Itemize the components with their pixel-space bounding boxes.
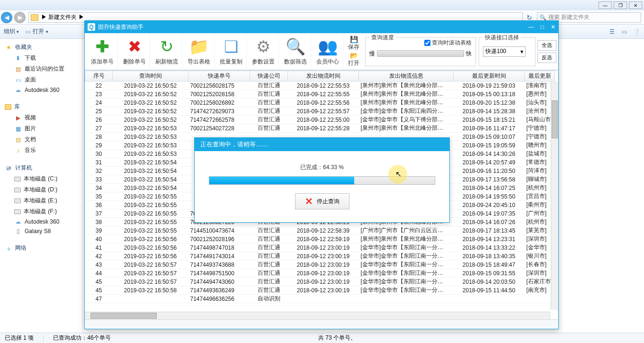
status-total: 共 73 个单号。 [318, 334, 356, 342]
app-minimize[interactable]: — [528, 24, 534, 30]
sidebar-item-desktop[interactable]: ▭桌面 [0, 74, 82, 85]
sidebar-item-autodesk2[interactable]: ☁Autodesk 360 [0, 217, 82, 226]
invert-selection-button[interactable]: 反选 [537, 53, 556, 63]
help-icon[interactable]: ❔ [633, 28, 640, 36]
sidebar-favorites-head[interactable]: ★收藏夹 [0, 42, 82, 53]
column-header[interactable]: 查询时间 [113, 71, 188, 81]
sidebar-item-drive-c[interactable]: 本地磁盘 (C:) [0, 173, 82, 184]
table-row[interactable]: 242019-03-22 16:50:5270021258026892百世汇通2… [85, 99, 555, 107]
win-titlebar: — ❐ ✕ [0, 0, 644, 10]
sidebar-item-autodesk[interactable]: ☁Autodesk 360 [0, 85, 82, 95]
delete-tracking-button[interactable]: ✖删除单号 [119, 35, 150, 69]
drive-icon [14, 177, 21, 181]
sidebar-item-downloads[interactable]: ⬇下载 [0, 53, 82, 63]
export-table-button[interactable]: 📁导出表格 [183, 35, 215, 69]
refresh-logistics-button[interactable]: ↻刷新物流 [151, 35, 182, 69]
filter-icon: 🔍 [286, 37, 305, 56]
app-titlebar[interactable]: Q 固乔快递查询助手 — □ ✕ [85, 21, 558, 33]
sidebar-item-pictures[interactable]: ▦图片 [0, 123, 82, 134]
horizontal-scrollbar[interactable] [85, 312, 551, 319]
recent-icon: ▤ [14, 66, 22, 72]
sidebar-item-drive-e[interactable]: 本地磁盘 (E:) [0, 195, 82, 206]
win-minimize[interactable]: — [599, 1, 612, 9]
column-header[interactable]: 最后更新时间 [454, 71, 525, 81]
column-header[interactable]: 序号 [85, 71, 113, 81]
data-filter-button[interactable]: 🔍数据筛选 [280, 35, 311, 69]
column-header[interactable]: 快递单号 [188, 71, 250, 81]
app-maximize[interactable]: □ [541, 24, 544, 30]
table-row[interactable]: 232019-03-22 16:50:5270021252028158百世汇通2… [85, 90, 555, 99]
sidebar: ★收藏夹 ⬇下载 ▤最近访问的位置 ▭桌面 ☁Autodesk 360 库 ▶视… [0, 39, 83, 333]
chevron-down-icon: ▾ [520, 48, 523, 55]
sidebar-network-head[interactable]: ⏚网络 [0, 243, 82, 253]
drive-icon [14, 199, 21, 203]
drive-icon [14, 188, 21, 192]
document-icon: ▤ [14, 136, 22, 143]
status-selected: 已选择 1 项 [5, 334, 34, 342]
computer-icon: 🖳 [5, 165, 12, 172]
open-button[interactable]: 📂打开 [344, 52, 363, 67]
sidebar-item-drive-d[interactable]: 本地磁盘 (D:) [0, 184, 82, 195]
member-center-button[interactable]: 👥会员中心 [312, 35, 343, 69]
table-row[interactable]: 452019-03-22 16:50:5871474493636249百世汇通2… [85, 286, 555, 295]
phone-icon: ▯ [14, 228, 22, 235]
table-row[interactable]: 392019-03-22 16:50:5571445100473674百世汇通2… [85, 226, 555, 235]
column-header[interactable]: 发出物流时间 [288, 71, 359, 81]
close-icon: ✕ [305, 196, 313, 207]
table-row[interactable]: 272019-03-22 16:50:5370021254027228百世汇通2… [85, 124, 555, 133]
table-row[interactable]: 442019-03-22 16:50:5771474498751500百世汇通2… [85, 269, 555, 278]
speed-slider[interactable] [377, 50, 464, 57]
star-icon: ★ [5, 44, 12, 51]
column-header[interactable]: 快递公司 [250, 71, 288, 81]
settings-button[interactable]: ⚙参数设置 [248, 35, 279, 69]
sidebar-item-music[interactable]: ♪音乐 [0, 145, 82, 156]
table-row[interactable]: 222019-03-22 16:50:5270021256028175百世汇通2… [85, 81, 555, 90]
sidebar-item-drive-f[interactable]: 本地磁盘 (F:) [0, 206, 82, 217]
dialog-title: 正在查询中，请稍等…… [195, 138, 449, 151]
table-row[interactable]: 262019-03-22 16:50:5271474272662578百世汇通2… [85, 116, 555, 124]
vertical-scrollbar[interactable] [551, 81, 558, 310]
progress-dialog: 正在查询中，请稍等…… 已完成：64.33 % ✕停止查询 [194, 137, 450, 223]
sidebar-item-recent[interactable]: ▤最近访问的位置 [0, 63, 82, 74]
gear-icon: ⚙ [253, 37, 273, 56]
open-menu[interactable]: ▭打开 [26, 27, 48, 36]
save-button[interactable]: 💾保存 [344, 36, 363, 51]
scroll-check[interactable]: 查询时滚动表格 [424, 39, 472, 47]
add-tracking-button[interactable]: ✚添加单号 [87, 35, 118, 69]
sidebar-item-documents[interactable]: ▤文档 [0, 134, 82, 145]
stop-query-button[interactable]: ✕停止查询 [295, 193, 349, 209]
table-row[interactable]: 252019-03-22 16:50:5271474272629073百世汇通2… [85, 107, 555, 116]
refresh-icon: ↻ [157, 37, 177, 56]
win-maximize[interactable]: ❐ [614, 1, 627, 9]
app-icon: Q [88, 23, 95, 31]
table-row[interactable]: 432019-03-22 16:50:5771474493743688百世汇通2… [85, 261, 555, 269]
table-row[interactable]: 402019-03-22 16:50:5670021252028196百世汇通2… [85, 235, 555, 244]
breadcrumb: ▶ 新建文件夹 ▶ [41, 13, 84, 21]
sidebar-item-galaxy[interactable]: ▯Galaxy S8 [0, 226, 82, 236]
toolbar: ✚添加单号 ✖删除单号 ↻刷新物流 📁导出表格 ❏批量复制 ⚙参数设置 🔍数据筛… [85, 33, 558, 70]
interface-combo[interactable]: 快递100▾ [483, 46, 526, 57]
batch-copy-button[interactable]: ❏批量复制 [215, 35, 247, 69]
view-icon[interactable]: ☰ [608, 28, 616, 36]
interface-group: 快递接口选择 快递100▾ [479, 37, 536, 66]
picture-icon: ▦ [14, 126, 22, 132]
column-header[interactable]: 最后更新 [525, 71, 555, 81]
preview-icon[interactable]: ▭ [620, 28, 628, 36]
app-close[interactable]: ✕ [551, 24, 555, 30]
organize-menu[interactable]: 组织 [4, 27, 19, 36]
select-all-button[interactable]: 全选 [537, 40, 556, 51]
user-icon: 👥 [318, 37, 338, 56]
table-row[interactable]: 412019-03-22 16:50:5671474498747018百世汇通2… [85, 244, 555, 252]
sidebar-computer-head[interactable]: 🖳计算机 [0, 162, 82, 173]
table-row[interactable]: 4771474496636256自动识别 [85, 295, 555, 303]
copy-icon: ❏ [221, 37, 241, 56]
nav-back-button[interactable]: ◀ [1, 12, 12, 23]
table-row[interactable]: 452019-03-22 16:50:5771474494743060百世汇通2… [85, 278, 555, 286]
sidebar-item-videos[interactable]: ▶视频 [0, 112, 82, 123]
table-row[interactable]: 422019-03-22 16:50:5671474491743014百世汇通2… [85, 252, 555, 261]
sidebar-libraries-head[interactable]: 库 [0, 101, 82, 112]
nav-forward-button[interactable]: ▶ [14, 12, 26, 23]
desktop-icon: ▭ [14, 77, 22, 83]
win-close[interactable]: ✕ [629, 1, 642, 9]
column-header[interactable]: 发出物流信息 [359, 71, 454, 81]
